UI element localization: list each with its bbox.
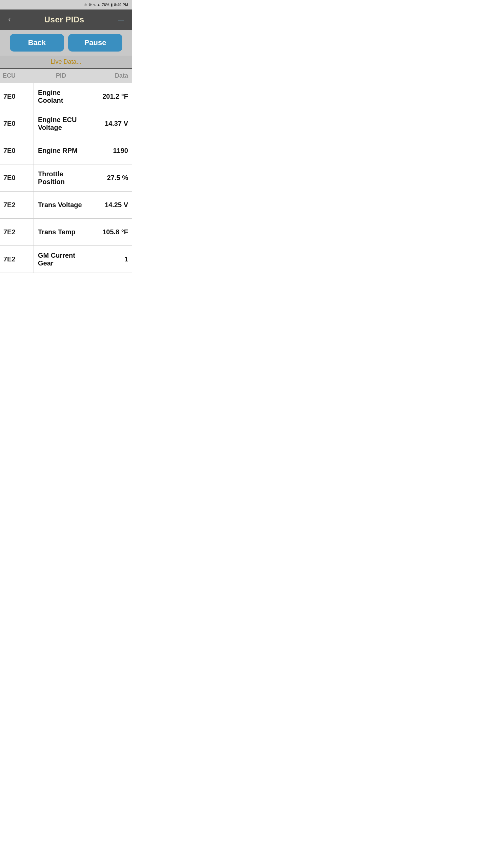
status-icons: ⚛ ⚒ ∿ ▲ [84,3,101,7]
cell-ecu-2: 7E0 [0,137,34,164]
pause-button[interactable]: Pause [68,34,122,52]
table-row[interactable]: 7E0Engine RPM1190 [0,137,132,164]
col-header-pid: PID [34,69,88,83]
cell-ecu-0: 7E0 [0,83,34,110]
table-row[interactable]: 7E2Trans Temp105.8 °F [0,219,132,246]
cell-pid-4: Trans Voltage [34,192,88,218]
battery-icon: ▮ [110,3,113,7]
empty-space [0,273,132,341]
cell-ecu-6: 7E2 [0,246,34,273]
back-button[interactable]: Back [10,34,64,52]
table-row[interactable]: 7E2GM Current Gear1 [0,246,132,273]
cell-pid-3: Throttle Position [34,164,88,191]
table-row[interactable]: 7E0Throttle Position27.5 % [0,164,132,192]
button-bar: Back Pause [0,30,132,56]
cell-data-0: 201.2 °F [88,83,132,110]
bluetooth-icon: ⚛ [84,3,87,7]
cell-ecu-3: 7E0 [0,164,34,191]
cell-pid-5: Trans Temp [34,219,88,245]
live-data-label: Live Data... [50,58,81,65]
page-title: User PIDs [44,15,84,24]
cell-data-4: 14.25 V [88,192,132,218]
wifi-icon: ∿ [93,3,96,7]
nav-bar: ‹ User PIDs — [0,9,132,30]
cell-ecu-4: 7E2 [0,192,34,218]
col-header-ecu: ECU [0,69,34,83]
back-chevron-icon[interactable]: ‹ [5,13,13,27]
table-row[interactable]: 7E0Engine Coolant201.2 °F [0,83,132,110]
table-header: ECU PID Data [0,68,132,83]
menu-icon[interactable]: — [115,14,127,26]
battery-level: 76% [102,3,109,7]
cell-data-5: 105.8 °F [88,219,132,245]
data-table: 7E0Engine Coolant201.2 °F7E0Engine ECU V… [0,83,132,273]
signal-icon: ▲ [97,3,101,7]
cell-data-3: 27.5 % [88,164,132,191]
table-row[interactable]: 7E2Trans Voltage14.25 V [0,192,132,219]
alarm-icon: ⚒ [88,3,92,7]
live-data-bar: Live Data... [0,56,132,68]
table-row[interactable]: 7E0Engine ECU Voltage14.37 V [0,110,132,137]
cell-pid-1: Engine ECU Voltage [34,110,88,137]
cell-pid-2: Engine RPM [34,137,88,164]
cell-data-2: 1190 [88,137,132,164]
status-bar: ⚛ ⚒ ∿ ▲ 76% ▮ 8:49 PM [0,0,132,9]
cell-ecu-5: 7E2 [0,219,34,245]
cell-pid-0: Engine Coolant [34,83,88,110]
col-header-data: Data [88,69,132,83]
cell-ecu-1: 7E0 [0,110,34,137]
cell-pid-6: GM Current Gear [34,246,88,273]
cell-data-1: 14.37 V [88,110,132,137]
current-time: 8:49 PM [114,3,128,7]
cell-data-6: 1 [88,246,132,273]
